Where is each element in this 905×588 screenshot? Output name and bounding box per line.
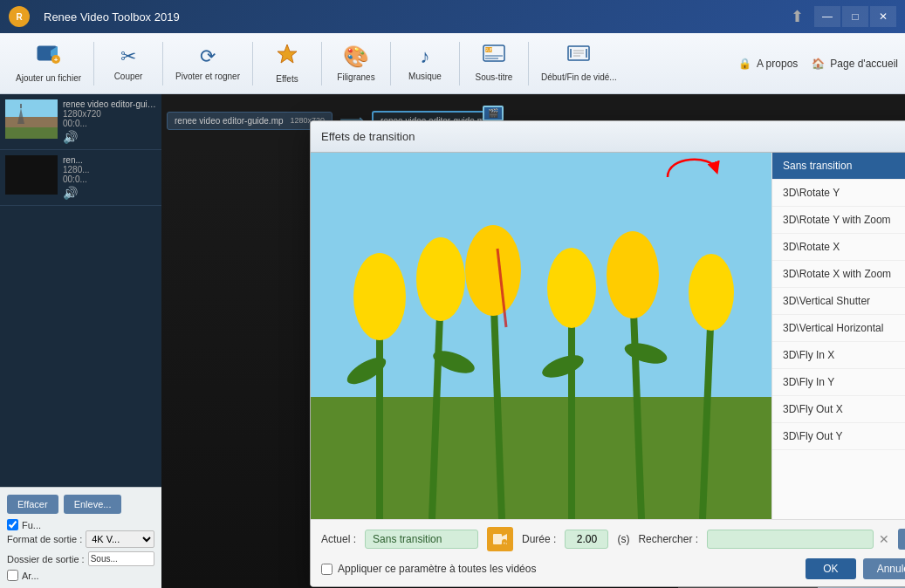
apply-all-checkbox[interactable] [321,564,333,575]
svg-point-42 [547,248,596,328]
minimize-button[interactable]: — [814,6,840,27]
add-icon: + [37,44,61,70]
main-area: renee video editor-guide.mp 1280x720 00:… [0,94,905,588]
footer-actions: OK Annuler [806,558,905,579]
remove-button[interactable]: Enleve... [64,495,122,514]
duree-label: Durée : [522,533,556,545]
list-item-rotate-y[interactable]: 3D\Rotate Y [772,180,905,207]
toolbar-sep-2 [162,42,163,85]
audio-btn[interactable]: 🔊 [63,130,156,144]
video-list: renee video editor-guide.mp 1280x720 00:… [0,94,161,487]
page-accueil-btn[interactable]: 🏠 Page d'accueil [812,58,898,70]
list-item-rotate-x[interactable]: 3D\Rotate X [772,234,905,261]
toolbar-watermark[interactable]: 🎨 Filigranes [326,41,387,85]
video-res: 1280... [63,165,156,174]
list-item[interactable]: renee video editor-guide.mp 1280x720 00:… [0,94,161,150]
list-item-vertical-shutter[interactable]: 3D\Vertical Shutter [772,288,905,315]
delete-button[interactable]: Effacer [7,495,58,514]
search-button[interactable]: 🔍 [898,529,905,550]
actuel-input[interactable] [365,530,478,549]
list-item-vertical-horizontal[interactable]: 3D\Vertical Horizontal [772,315,905,342]
audio-btn[interactable]: 🔊 [63,186,156,200]
dialog-overlay: Effets de transition ✕ [161,94,905,588]
video-time: 00:0... [63,119,156,128]
window-controls: ⬆ — □ ✕ [791,6,896,27]
list-item-none[interactable]: Sans transition [772,153,905,180]
titlebar: R Renee Video Toolbox 2019 ⬆ — □ ✕ [0,0,905,33]
toolbar-subtitle[interactable]: SUB Sous-titre [463,41,524,85]
svg-text:+: + [504,540,506,545]
rotate-icon: ⟳ [200,45,216,68]
format-row: Format de sortie : 4K V... [7,530,154,548]
video-thumb [5,155,58,195]
svg-text:SUB: SUB [484,47,494,52]
apropos-btn[interactable]: 🔒 A propos [738,58,798,70]
list-item-fly-in-x[interactable]: 3D\Fly In X [772,342,905,369]
svg-point-39 [353,253,406,340]
format-select[interactable]: 4K V... [86,530,154,548]
ar-checkbox[interactable] [7,570,18,581]
svg-marker-6 [278,44,297,63]
subtitle-icon: SUB [483,44,505,69]
bottom-controls: Effacer Enleve... Fu... Format de sortie… [0,487,161,588]
list-item-fly-out-y[interactable]: 3D\Fly Out Y [772,423,905,450]
dialog-body: Sans transition 3D\Rotate Y 3D\Rotate Y … [311,153,905,519]
checkbox-fu: Fu... [7,519,154,530]
page-accueil-label: Page d'accueil [830,58,898,70]
toolbar-sep-4 [321,42,322,85]
video-name: ren... [63,155,156,165]
transition-list: Sans transition 3D\Rotate Y 3D\Rotate Y … [771,153,905,519]
rechercher-label: Rechercher : [638,533,698,545]
toolbar-add[interactable]: + Ajouter un fichier [7,40,90,86]
toolbar-rotate[interactable]: ⟳ Pivoter et rogner [167,42,249,85]
transition-icon: + [492,531,508,547]
list-item-fly-out-x[interactable]: 3D\Fly Out X [772,396,905,423]
list-item-fly-in-y[interactable]: 3D\Fly In Y [772,369,905,396]
toolbar: + Ajouter un fichier ✂ Couper ⟳ Pivoter … [0,33,905,94]
search-clear-icon[interactable]: ✕ [879,532,889,546]
app-title: Renee Video Toolbox 2019 [44,10,180,24]
svg-text:R: R [16,12,23,22]
toolbar-right: 🔒 A propos 🏠 Page d'accueil [738,58,898,70]
list-item-rotate-y-zoom[interactable]: 3D\Rotate Y with Zoom [772,207,905,234]
search-input[interactable] [707,530,874,549]
video-name: renee video editor-guide.mp [63,99,156,109]
effects-icon [276,43,298,71]
toolbar-effects[interactable]: Effets [257,39,318,87]
toolbar-startend-label: Début/Fin de vidé... [541,72,617,82]
svg-point-41 [465,225,521,316]
action-buttons: Effacer Enleve... [7,495,154,514]
dialog-preview [311,153,771,519]
toolbar-cut[interactable]: ✂ Couper [98,42,159,85]
toolbar-sep-7 [528,42,529,85]
toolbar-startend[interactable]: Début/Fin de vidé... [532,41,626,85]
video-info: renee video editor-guide.mp 1280x720 00:… [63,99,156,144]
dossier-row: Dossier de sortie : Sous... [7,551,154,566]
svg-rect-50 [493,534,502,544]
transition-dialog: Effets de transition ✕ [310,120,905,587]
dialog-header: Effets de transition ✕ [311,121,905,153]
toolbar-add-label: Ajouter un fichier [16,73,81,83]
toolbar-sep-3 [252,42,253,85]
svg-point-43 [607,231,659,318]
music-icon: ♪ [420,45,429,68]
duration-input[interactable] [565,530,608,549]
cancel-button[interactable]: Annuler [863,558,905,579]
footer-row2: Appliquer ce paramètre à toutes les vidé… [321,558,905,579]
svg-point-44 [689,254,734,331]
svg-text:+: + [53,56,58,64]
maximize-button[interactable]: □ [842,6,868,27]
toolbar-watermark-label: Filigranes [337,72,374,82]
toolbar-sep-6 [459,42,460,85]
transition-icon-btn[interactable]: + [487,527,513,551]
video-time: 00:0... [63,174,156,184]
ok-button[interactable]: OK [806,558,855,579]
list-item-rotate-x-zoom[interactable]: 3D\Rotate X with Zoom [772,261,905,288]
video-res: 1280x720 [63,109,156,119]
lock-icon: 🔒 [738,58,751,70]
fu-checkbox[interactable] [7,519,18,530]
close-button[interactable]: ✕ [870,6,896,27]
app-logo: R [9,6,30,27]
toolbar-music[interactable]: ♪ Musique [394,42,456,85]
list-item[interactable]: ren... 1280... 00:0... 🔊 [0,150,161,206]
